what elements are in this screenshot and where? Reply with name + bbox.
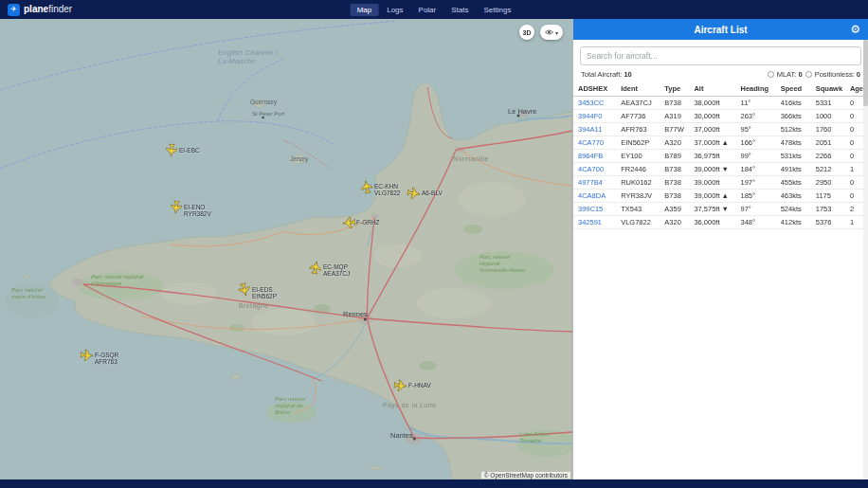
cell-alt: 39,000ft — [692, 176, 738, 190]
cell-alt: 36,000ft — [692, 216, 738, 229]
mlat-stat: MLAT: 0 — [777, 70, 803, 79]
table-row[interactable]: 4CA700FR2446B73839,000ft ▼184°491kts5212… — [573, 163, 868, 176]
aircraft-label: A6-BLV — [422, 190, 443, 196]
search-wrap — [573, 40, 868, 68]
adshex-link[interactable]: 394A11 — [573, 123, 619, 136]
map-3d-button[interactable]: 3D — [519, 25, 534, 40]
adshex-link[interactable]: 4CA700 — [573, 163, 619, 176]
cell-speed: 463kts — [779, 190, 814, 203]
cell-squawk: 5376 — [814, 216, 848, 229]
chevron-down-icon: ▾ — [555, 29, 558, 36]
cell-heading: 184° — [739, 163, 779, 176]
table-row[interactable]: 4CA770EIN562PA32037,000ft ▲166°478kts205… — [573, 136, 868, 150]
aircraft-label: EI-ENORYR382V — [184, 204, 211, 217]
positionless-radio-icon[interactable] — [805, 71, 812, 78]
cell-speed: 455kts — [779, 176, 814, 190]
aircraft-icon — [81, 349, 94, 362]
cell-heading: 166° — [739, 136, 779, 150]
brand[interactable]: ✈ planefinder — [8, 4, 72, 16]
table-row[interactable]: 3453CCAEA37CJB73838,000ft11°416kts53310 — [573, 97, 868, 110]
cell-squawk: 2051 — [814, 136, 848, 150]
mlat-radio-icon[interactable] — [768, 71, 774, 78]
cell-ident: AF7736 — [619, 110, 662, 123]
cell-alt: 37,000ft ▲ — [692, 136, 738, 150]
cell-type: B789 — [662, 150, 692, 163]
col-header-squawk[interactable]: Squawk — [814, 82, 848, 97]
cell-type: A320 — [662, 216, 692, 229]
aircraft-icon — [360, 180, 373, 193]
cell-speed: 524kts — [779, 203, 814, 216]
nav-item-map[interactable]: Map — [351, 4, 379, 16]
cell-speed: 416kts — [779, 97, 814, 110]
col-header-adshex[interactable]: ADSHEX — [573, 82, 619, 97]
adshex-link[interactable]: 3453CC — [573, 97, 619, 110]
col-header-type[interactable]: Type — [662, 82, 692, 97]
table-row[interactable]: 3944F0AF7736A31930,000ft263°366kts10000 — [573, 110, 868, 123]
cell-heading: 263° — [739, 110, 779, 123]
aircraft-layer: EI-EBCEI-ENORYR382VEC-KHNVLG7822A6-BLVF-… — [0, 19, 572, 479]
eye-icon — [545, 29, 553, 35]
table-row[interactable]: 4977B4RUK0162B73839,000ft197°455kts29500 — [573, 176, 868, 190]
nav-item-logs[interactable]: Logs — [380, 4, 409, 16]
adshex-link[interactable]: 4CA8DA — [573, 190, 619, 203]
cell-type: A320 — [662, 136, 692, 150]
adshex-link[interactable]: 399C15 — [573, 203, 619, 216]
cell-ident: EY100 — [619, 150, 662, 163]
cell-ident: RYR38JV — [619, 190, 662, 203]
panel-title: Aircraft List — [694, 25, 747, 35]
cell-speed: 478kts — [779, 136, 814, 150]
aircraft-table: ADSHEXIdentTypeAltHeadingSpeedSquawkAge … — [573, 82, 868, 229]
adshex-link[interactable]: 4977B4 — [573, 176, 619, 190]
cell-alt: 38,000ft — [692, 97, 738, 110]
col-header-heading[interactable]: Heading — [739, 82, 779, 97]
map-visibility-button[interactable]: ▾ — [540, 25, 563, 40]
brand-text: planefinder — [24, 5, 72, 14]
col-header-speed[interactable]: Speed — [779, 82, 814, 97]
aircraft-icon — [309, 261, 322, 274]
cell-heading: 99° — [739, 150, 779, 163]
stats-row: Total Aircraft: 10 MLAT: 0 Positionless:… — [573, 68, 868, 82]
panel-scrollbar[interactable] — [863, 40, 868, 479]
cell-heading: 185° — [739, 190, 779, 203]
cell-heading: 197° — [739, 176, 779, 190]
scrollbar-thumb[interactable] — [863, 40, 868, 106]
aircraft-label: F-GSQRAFR763 — [95, 352, 118, 365]
cell-type: B738 — [662, 163, 692, 176]
cell-ident: EIN562P — [619, 136, 662, 150]
cell-type: B77W — [662, 123, 692, 136]
table-row[interactable]: 399C15TX543A35937,575ft ▼97°524kts17532 — [573, 203, 868, 216]
cell-ident: AFR763 — [619, 123, 662, 136]
cell-squawk: 1000 — [814, 110, 848, 123]
cell-ident: RUK0162 — [619, 176, 662, 190]
nav-item-settings[interactable]: Settings — [477, 4, 517, 16]
cell-heading: 348° — [739, 216, 779, 229]
adshex-link[interactable]: 342591 — [573, 216, 619, 229]
nav-item-polar[interactable]: Polar — [412, 4, 443, 16]
cell-squawk: 5212 — [814, 163, 848, 176]
nav-item-stats[interactable]: Stats — [444, 4, 475, 16]
settings-gear-icon[interactable]: ⚙ — [850, 24, 860, 35]
search-input[interactable] — [580, 46, 861, 65]
table-row[interactable]: 4CA8DARYR38JVB73839,000ft ▲185°463kts117… — [573, 190, 868, 203]
map-attribution[interactable]: © OpenStreetMap contributors — [481, 472, 570, 479]
cell-heading: 95° — [739, 123, 779, 136]
cell-alt: 37,000ft — [692, 123, 738, 136]
table-row[interactable]: 394A11AFR763B77W37,000ft95°512kts17600 — [573, 123, 868, 136]
map[interactable]: English Channel /La MancheGuernseySt Pet… — [0, 19, 572, 479]
cell-speed: 491kts — [779, 163, 814, 176]
aircraft-icon — [407, 187, 421, 200]
cell-speed: 512kts — [779, 123, 814, 136]
panel-header: Aircraft List ⚙ — [573, 19, 868, 40]
table-row[interactable]: 342591VLG7822A32036,000ft348°412kts53761 — [573, 216, 868, 229]
adshex-link[interactable]: 3944F0 — [573, 110, 619, 123]
col-header-ident[interactable]: Ident — [619, 82, 662, 97]
cell-alt: 36,975ft — [692, 150, 738, 163]
aircraft-label: EI-EDSEIN562P — [252, 286, 277, 299]
cell-alt: 39,000ft ▲ — [692, 190, 738, 203]
col-header-alt[interactable]: Alt — [692, 82, 738, 97]
aircraft-label: EC-MQPAEA37CJ — [323, 263, 350, 277]
table-row[interactable]: 8964FBEY100B78936,975ft99°531kts22660 — [573, 150, 868, 163]
adshex-link[interactable]: 4CA770 — [573, 136, 619, 150]
adshex-link[interactable]: 8964FB — [573, 150, 619, 163]
planefinder-app: ✈ planefinder MapLogsPolarStatsSettings — [0, 0, 868, 488]
